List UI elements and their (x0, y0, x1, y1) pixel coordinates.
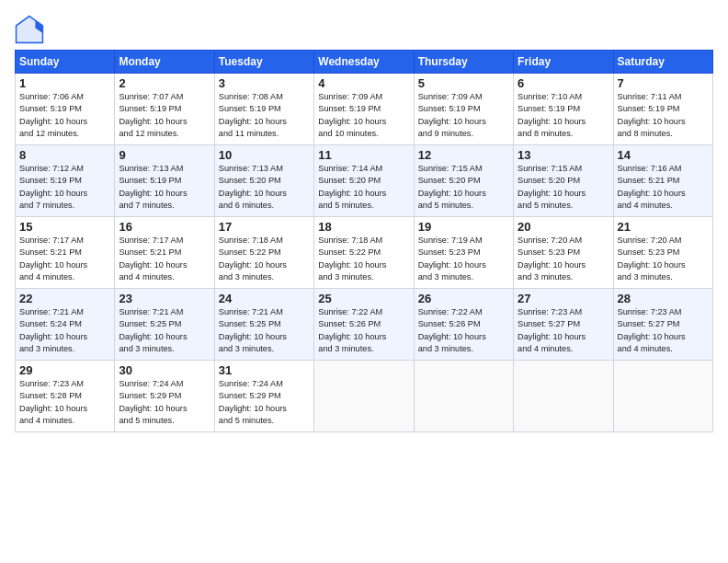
day-number: 17 (219, 220, 310, 234)
day-number: 24 (219, 292, 310, 305)
calendar-cell: 15Sunrise: 7:17 AM Sunset: 5:21 PM Dayli… (16, 217, 115, 289)
col-header-tuesday: Tuesday (214, 51, 313, 74)
calendar-week-2: 8Sunrise: 7:12 AM Sunset: 5:19 PM Daylig… (16, 145, 713, 217)
calendar-cell: 29Sunrise: 7:23 AM Sunset: 5:28 PM Dayli… (16, 361, 115, 432)
calendar-cell: 23Sunrise: 7:21 AM Sunset: 5:25 PM Dayli… (115, 289, 214, 361)
calendar-cell: 26Sunrise: 7:22 AM Sunset: 5:26 PM Dayli… (414, 289, 513, 361)
calendar-cell: 31Sunrise: 7:24 AM Sunset: 5:29 PM Dayli… (214, 361, 313, 432)
calendar-cell: 25Sunrise: 7:22 AM Sunset: 5:26 PM Dayli… (314, 289, 414, 361)
day-number: 25 (318, 292, 409, 305)
day-number: 27 (518, 292, 609, 305)
day-number: 28 (618, 292, 709, 305)
calendar-cell: 14Sunrise: 7:16 AM Sunset: 5:21 PM Dayli… (613, 145, 712, 217)
day-number: 15 (19, 220, 110, 234)
day-number: 20 (518, 220, 609, 234)
calendar-cell (613, 361, 712, 432)
calendar-cell: 6Sunrise: 7:10 AM Sunset: 5:19 PM Daylig… (514, 74, 613, 145)
day-info: Sunrise: 7:20 AM Sunset: 5:23 PM Dayligh… (618, 235, 709, 283)
day-info: Sunrise: 7:24 AM Sunset: 5:29 PM Dayligh… (219, 378, 310, 427)
day-number: 29 (19, 363, 110, 377)
calendar-cell: 21Sunrise: 7:20 AM Sunset: 5:23 PM Dayli… (613, 217, 712, 289)
day-number: 8 (19, 148, 110, 162)
calendar-cell: 10Sunrise: 7:13 AM Sunset: 5:20 PM Dayli… (214, 145, 313, 217)
day-number: 18 (318, 220, 409, 234)
calendar-week-1: 1Sunrise: 7:06 AM Sunset: 5:19 PM Daylig… (16, 74, 713, 145)
day-number: 3 (219, 76, 310, 90)
day-number: 2 (119, 76, 210, 90)
day-info: Sunrise: 7:18 AM Sunset: 5:22 PM Dayligh… (219, 235, 310, 283)
day-info: Sunrise: 7:12 AM Sunset: 5:19 PM Dayligh… (19, 163, 110, 212)
day-info: Sunrise: 7:21 AM Sunset: 5:25 PM Dayligh… (219, 306, 310, 355)
day-info: Sunrise: 7:09 AM Sunset: 5:19 PM Dayligh… (418, 91, 509, 140)
calendar-cell: 1Sunrise: 7:06 AM Sunset: 5:19 PM Daylig… (16, 74, 115, 145)
calendar-cell (414, 361, 513, 432)
calendar-cell (314, 361, 414, 432)
day-info: Sunrise: 7:16 AM Sunset: 5:21 PM Dayligh… (618, 163, 709, 212)
calendar-body: 1Sunrise: 7:06 AM Sunset: 5:19 PM Daylig… (16, 74, 713, 432)
day-info: Sunrise: 7:08 AM Sunset: 5:19 PM Dayligh… (219, 91, 310, 140)
day-number: 30 (119, 363, 210, 377)
day-number: 5 (418, 76, 509, 90)
calendar-cell: 18Sunrise: 7:18 AM Sunset: 5:22 PM Dayli… (314, 217, 414, 289)
day-number: 7 (618, 76, 709, 90)
day-number: 9 (119, 148, 210, 162)
calendar-cell: 5Sunrise: 7:09 AM Sunset: 5:19 PM Daylig… (414, 74, 513, 145)
header (15, 15, 713, 44)
calendar-week-4: 22Sunrise: 7:21 AM Sunset: 5:24 PM Dayli… (16, 289, 713, 361)
day-info: Sunrise: 7:09 AM Sunset: 5:19 PM Dayligh… (318, 91, 409, 140)
logo-icon (15, 15, 44, 44)
calendar-cell: 4Sunrise: 7:09 AM Sunset: 5:19 PM Daylig… (314, 74, 414, 145)
calendar-cell: 30Sunrise: 7:24 AM Sunset: 5:29 PM Dayli… (115, 361, 214, 432)
col-header-saturday: Saturday (613, 51, 712, 74)
day-info: Sunrise: 7:15 AM Sunset: 5:20 PM Dayligh… (418, 163, 509, 212)
col-header-friday: Friday (514, 51, 613, 74)
day-number: 4 (318, 76, 409, 90)
calendar-cell: 11Sunrise: 7:14 AM Sunset: 5:20 PM Dayli… (314, 145, 414, 217)
col-header-sunday: Sunday (16, 51, 115, 74)
day-number: 16 (119, 220, 210, 234)
col-header-thursday: Thursday (414, 51, 513, 74)
day-info: Sunrise: 7:17 AM Sunset: 5:21 PM Dayligh… (119, 235, 210, 283)
calendar-cell: 27Sunrise: 7:23 AM Sunset: 5:27 PM Dayli… (514, 289, 613, 361)
day-info: Sunrise: 7:17 AM Sunset: 5:21 PM Dayligh… (19, 235, 110, 283)
calendar-cell: 24Sunrise: 7:21 AM Sunset: 5:25 PM Dayli… (214, 289, 313, 361)
day-info: Sunrise: 7:23 AM Sunset: 5:28 PM Dayligh… (19, 378, 110, 427)
calendar-cell: 19Sunrise: 7:19 AM Sunset: 5:23 PM Dayli… (414, 217, 513, 289)
day-number: 23 (119, 292, 210, 305)
calendar-week-3: 15Sunrise: 7:17 AM Sunset: 5:21 PM Dayli… (16, 217, 713, 289)
day-info: Sunrise: 7:22 AM Sunset: 5:26 PM Dayligh… (418, 306, 509, 355)
day-number: 10 (219, 148, 310, 162)
day-number: 19 (418, 220, 509, 234)
calendar-cell: 28Sunrise: 7:23 AM Sunset: 5:27 PM Dayli… (613, 289, 712, 361)
calendar-cell: 20Sunrise: 7:20 AM Sunset: 5:23 PM Dayli… (514, 217, 613, 289)
day-info: Sunrise: 7:23 AM Sunset: 5:27 PM Dayligh… (518, 306, 609, 355)
day-info: Sunrise: 7:11 AM Sunset: 5:19 PM Dayligh… (618, 91, 709, 140)
calendar-table: SundayMondayTuesdayWednesdayThursdayFrid… (15, 50, 713, 432)
day-number: 14 (618, 148, 709, 162)
calendar-cell: 22Sunrise: 7:21 AM Sunset: 5:24 PM Dayli… (16, 289, 115, 361)
day-number: 31 (219, 363, 310, 377)
day-info: Sunrise: 7:14 AM Sunset: 5:20 PM Dayligh… (318, 163, 409, 212)
day-info: Sunrise: 7:15 AM Sunset: 5:20 PM Dayligh… (518, 163, 609, 212)
day-number: 6 (518, 76, 609, 90)
logo (15, 15, 48, 44)
calendar-cell: 12Sunrise: 7:15 AM Sunset: 5:20 PM Dayli… (414, 145, 513, 217)
page-container: SundayMondayTuesdayWednesdayThursdayFrid… (0, 0, 728, 440)
day-number: 21 (618, 220, 709, 234)
day-info: Sunrise: 7:23 AM Sunset: 5:27 PM Dayligh… (618, 306, 709, 355)
day-info: Sunrise: 7:06 AM Sunset: 5:19 PM Dayligh… (19, 91, 110, 140)
day-info: Sunrise: 7:19 AM Sunset: 5:23 PM Dayligh… (418, 235, 509, 283)
calendar-cell: 7Sunrise: 7:11 AM Sunset: 5:19 PM Daylig… (613, 74, 712, 145)
day-info: Sunrise: 7:13 AM Sunset: 5:20 PM Dayligh… (219, 163, 310, 212)
day-number: 13 (518, 148, 609, 162)
calendar-cell: 3Sunrise: 7:08 AM Sunset: 5:19 PM Daylig… (214, 74, 313, 145)
day-number: 12 (418, 148, 509, 162)
day-info: Sunrise: 7:07 AM Sunset: 5:19 PM Dayligh… (119, 91, 210, 140)
calendar-cell: 9Sunrise: 7:13 AM Sunset: 5:19 PM Daylig… (115, 145, 214, 217)
day-info: Sunrise: 7:20 AM Sunset: 5:23 PM Dayligh… (518, 235, 609, 283)
calendar-cell: 8Sunrise: 7:12 AM Sunset: 5:19 PM Daylig… (16, 145, 115, 217)
day-info: Sunrise: 7:22 AM Sunset: 5:26 PM Dayligh… (318, 306, 409, 355)
calendar-cell: 13Sunrise: 7:15 AM Sunset: 5:20 PM Dayli… (514, 145, 613, 217)
day-info: Sunrise: 7:10 AM Sunset: 5:19 PM Dayligh… (518, 91, 609, 140)
day-number: 1 (19, 76, 110, 90)
